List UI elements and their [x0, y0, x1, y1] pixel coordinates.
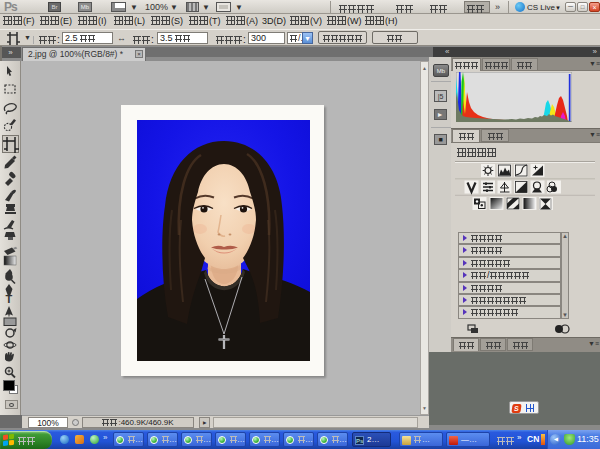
- svg-text:T: T: [6, 293, 13, 305]
